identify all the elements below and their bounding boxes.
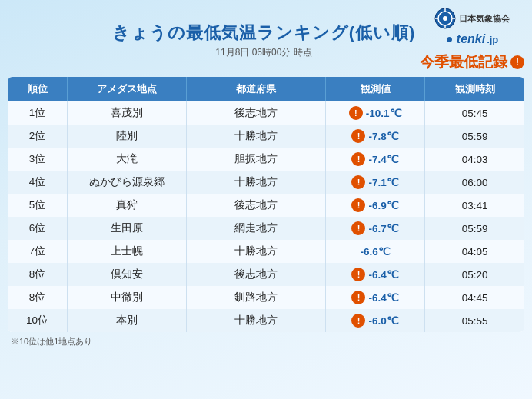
cell-rank: 8位 xyxy=(8,286,68,309)
cell-rank: 4位 xyxy=(8,171,68,194)
cell-region: 後志地方 xyxy=(187,263,326,286)
cell-rank: 10位 xyxy=(8,309,68,332)
alert-icon: ! xyxy=(351,129,365,143)
table-row: 2位陸別十勝地方!-7.8℃05:59 xyxy=(8,125,524,148)
col-rank: 順位 xyxy=(8,77,68,101)
cell-rank: 7位 xyxy=(8,240,68,263)
ranking-table: 順位 アメダス地点 都道府県 観測値 観測時刻 1位喜茂別後志地方!-10.1℃… xyxy=(8,77,524,332)
cell-region: 十勝地方 xyxy=(187,240,326,263)
cell-rank: 2位 xyxy=(8,125,68,148)
temp-value: -6.0℃ xyxy=(368,314,398,327)
cell-station: 大滝 xyxy=(68,148,187,171)
svg-point-6 xyxy=(443,16,447,21)
cell-region: 後志地方 xyxy=(187,194,326,217)
cell-region: 十勝地方 xyxy=(187,125,326,148)
cell-time: 05:45 xyxy=(425,101,524,125)
table-wrapper: 順位 アメダス地点 都道府県 観測値 観測時刻 1位喜茂別後志地方!-10.1℃… xyxy=(8,77,524,332)
cell-obs: !-7.1℃ xyxy=(326,171,425,194)
cell-time: 05:20 xyxy=(425,263,524,286)
table-row: 4位ぬかびら源泉郷十勝地方!-7.1℃06:00 xyxy=(8,171,524,194)
cell-rank: 8位 xyxy=(8,263,68,286)
temp-value: -7.4℃ xyxy=(368,153,398,165)
cell-rank: 6位 xyxy=(8,217,68,240)
table-row: 3位大滝胆振地方!-7.4℃04:03 xyxy=(8,148,524,171)
cell-time: 05:55 xyxy=(425,309,524,332)
temp-value: -6.9℃ xyxy=(368,199,398,211)
main-title: きょうの最低気温ランキング(低い順) xyxy=(108,22,420,45)
temp-value: -6.7℃ xyxy=(368,222,398,234)
season-record-alert-icon: ! xyxy=(510,55,524,69)
cell-obs: -6.6℃ xyxy=(326,240,425,263)
season-record: 今季最低記録 ! xyxy=(420,52,524,72)
temp-value: -6.6℃ xyxy=(360,245,390,258)
cell-station: 生田原 xyxy=(68,217,187,240)
tenki-logo: ● tenki .jp xyxy=(446,32,499,46)
cell-time: 06:00 xyxy=(425,171,524,194)
cell-obs: !-7.4℃ xyxy=(326,148,425,171)
cell-station: 上士幌 xyxy=(68,240,187,263)
cell-obs: !-6.4℃ xyxy=(326,286,425,309)
col-station: アメダス地点 xyxy=(68,77,187,101)
temp-value: -6.4℃ xyxy=(368,291,398,304)
alert-icon: ! xyxy=(351,198,365,212)
col-time: 観測時刻 xyxy=(425,77,524,101)
datetime: 11月8日 06時00分 時点 xyxy=(108,46,420,59)
footer-note: ※10位は他1地点あり xyxy=(8,336,524,347)
cell-time: 04:45 xyxy=(425,286,524,309)
cell-obs: !-6.4℃ xyxy=(326,263,425,286)
cell-station: ぬかびら源泉郷 xyxy=(68,171,187,194)
cell-region: 釧路地方 xyxy=(187,286,326,309)
cell-obs: !-6.7℃ xyxy=(326,217,425,240)
table-body: 1位喜茂別後志地方!-10.1℃05:452位陸別十勝地方!-7.8℃05:59… xyxy=(8,101,524,332)
alert-icon: ! xyxy=(351,221,365,235)
table-row: 8位倶知安後志地方!-6.4℃05:20 xyxy=(8,263,524,286)
cell-obs: !-6.9℃ xyxy=(326,194,425,217)
cell-region: 胆振地方 xyxy=(187,148,326,171)
header: きょうの最低気温ランキング(低い順) 11月8日 06時00分 時点 日本気象協… xyxy=(8,8,524,72)
table-row: 6位生田原網走地方!-6.7℃05:59 xyxy=(8,217,524,240)
alert-icon: ! xyxy=(351,152,365,166)
title-block: きょうの最低気温ランキング(低い順) 11月8日 06時00分 時点 xyxy=(108,22,420,59)
cell-rank: 5位 xyxy=(8,194,68,217)
col-obs: 観測値 xyxy=(326,77,425,101)
temp-value: -7.8℃ xyxy=(368,130,398,142)
alert-icon: ! xyxy=(349,106,363,120)
cell-obs: !-6.0℃ xyxy=(326,309,425,332)
tenki-jp: .jp xyxy=(487,34,498,45)
col-region: 都道府県 xyxy=(187,77,326,101)
temp-value: -6.4℃ xyxy=(368,268,398,281)
table-row: 10位本別十勝地方!-6.0℃05:55 xyxy=(8,309,524,332)
cell-rank: 3位 xyxy=(8,148,68,171)
main-container: きょうの最低気温ランキング(低い順) 11月8日 06時00分 時点 日本気象協… xyxy=(0,0,532,399)
cell-obs: !-10.1℃ xyxy=(326,101,425,125)
cell-station: 中徹別 xyxy=(68,286,187,309)
table-row: 1位喜茂別後志地方!-10.1℃05:45 xyxy=(8,101,524,125)
cell-obs: !-7.8℃ xyxy=(326,125,425,148)
cell-station: 喜茂別 xyxy=(68,101,187,125)
alert-icon: ! xyxy=(351,314,365,328)
temp-value: -7.1℃ xyxy=(368,176,398,188)
cell-time: 05:59 xyxy=(425,125,524,148)
cell-station: 陸別 xyxy=(68,125,187,148)
logo-block: 日本気象協会 ● tenki .jp 今季最低記録 ! xyxy=(420,8,524,72)
jma-label: 日本気象協会 xyxy=(459,13,510,25)
table-row: 8位中徹別釧路地方!-6.4℃04:45 xyxy=(8,286,524,309)
cell-station: 倶知安 xyxy=(68,263,187,286)
jma-logo: 日本気象協会 xyxy=(434,8,510,29)
alert-icon: ! xyxy=(351,291,365,304)
cell-time: 03:41 xyxy=(425,194,524,217)
jma-emblem-icon xyxy=(434,8,456,29)
cell-time: 04:03 xyxy=(425,148,524,171)
season-record-text: 今季最低記録 xyxy=(420,52,507,72)
cell-time: 04:05 xyxy=(425,240,524,263)
cell-station: 真狩 xyxy=(68,194,187,217)
table-header-row: 順位 アメダス地点 都道府県 観測値 観測時刻 xyxy=(8,77,524,101)
cell-rank: 1位 xyxy=(8,101,68,125)
cell-region: 十勝地方 xyxy=(187,171,326,194)
cell-region: 網走地方 xyxy=(187,217,326,240)
cell-station: 本別 xyxy=(68,309,187,332)
tenki-text: ● tenki xyxy=(446,32,485,46)
alert-icon: ! xyxy=(351,268,365,281)
cell-region: 十勝地方 xyxy=(187,309,326,332)
temp-value: -10.1℃ xyxy=(366,107,402,119)
